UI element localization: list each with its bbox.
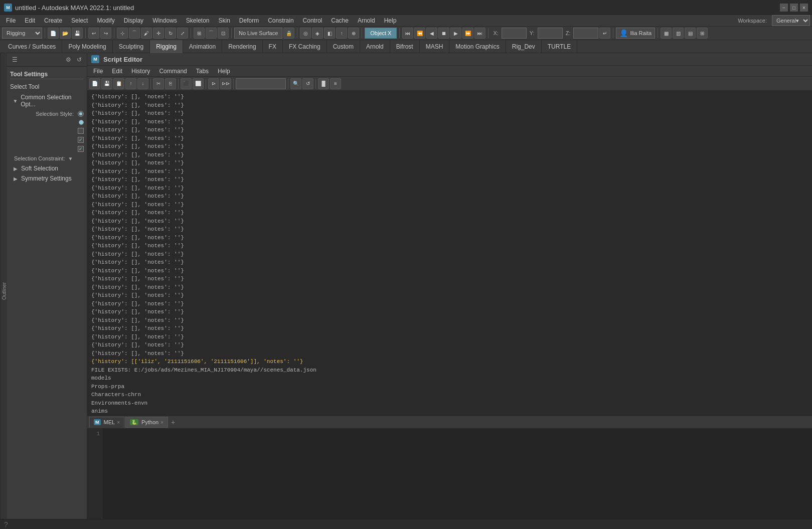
object-x-button[interactable]: Object X: [365, 28, 397, 39]
script-source-button[interactable]: ⊳: [208, 78, 219, 89]
help-icon[interactable]: ?: [4, 520, 8, 528]
script-clear-history-button[interactable]: ⬛: [181, 78, 192, 89]
module-tab-animation[interactable]: Animation: [183, 40, 222, 53]
module-tab-curves-surfaces[interactable]: Curves / Surfaces: [2, 40, 62, 53]
menu-select[interactable]: Select: [67, 16, 92, 25]
rotate-tool-button[interactable]: ↻: [165, 28, 176, 39]
minimize-button[interactable]: −: [780, 4, 788, 12]
layout-3-button[interactable]: ▤: [685, 28, 696, 39]
script-copy-button[interactable]: ⎘: [165, 78, 176, 89]
layout-2-button[interactable]: ▥: [673, 28, 684, 39]
y-input[interactable]: [538, 28, 563, 39]
user-button[interactable]: 👤 Ilia Raita: [616, 28, 655, 39]
script-format-button[interactable]: ≡: [330, 78, 341, 89]
python-tab-close[interactable]: ×: [160, 420, 164, 425]
script-open-button[interactable]: 📄: [89, 78, 100, 89]
panel-menu-button[interactable]: ☰: [10, 55, 19, 64]
script-input-textarea[interactable]: [102, 429, 812, 529]
script-menu-tabs[interactable]: Tabs: [192, 67, 213, 76]
paint-tool-button[interactable]: 🖌: [141, 28, 152, 39]
apply-transform-button[interactable]: ↵: [599, 28, 610, 39]
panel-refresh-button[interactable]: ↺: [75, 55, 84, 64]
panel-options-button[interactable]: ⚙: [64, 55, 73, 64]
script-cut-button[interactable]: ✂: [153, 78, 164, 89]
menu-skeleton[interactable]: Skeleton: [182, 16, 214, 25]
module-tab-poly-modeling[interactable]: Poly Modeling: [62, 40, 112, 53]
script-tab-mel[interactable]: M MEL ×: [89, 417, 124, 428]
module-tab-sculpting[interactable]: Sculpting: [113, 40, 150, 53]
menu-skin[interactable]: Skin: [215, 16, 234, 25]
snap-point-button[interactable]: ⊡: [218, 28, 229, 39]
snap-surface-button[interactable]: ◈: [312, 28, 323, 39]
module-tab-fx[interactable]: FX: [263, 40, 283, 53]
module-tab-arnold[interactable]: Arnold: [360, 40, 390, 53]
script-menu-command[interactable]: Command: [155, 67, 191, 76]
script-menu-history[interactable]: History: [127, 67, 154, 76]
open-file-button[interactable]: 📂: [60, 28, 71, 39]
x-input[interactable]: [502, 28, 527, 39]
script-refresh-button[interactable]: ↺: [302, 78, 313, 89]
checkbox-3[interactable]: [78, 146, 84, 152]
module-tab-motion-graphics[interactable]: Motion Graphics: [449, 40, 506, 53]
constraint-dropdown[interactable]: ▼: [67, 155, 74, 162]
script-execute-all-button[interactable]: ⊳⊳: [220, 78, 231, 89]
play-back-button[interactable]: ◀: [426, 28, 437, 39]
redo-button[interactable]: ↪: [100, 28, 111, 39]
snap-edge-button[interactable]: ◧: [324, 28, 335, 39]
new-file-button[interactable]: 📄: [48, 28, 59, 39]
menu-constrain[interactable]: Constrain: [264, 16, 297, 25]
script-menu-file[interactable]: File: [89, 67, 107, 76]
snap-normal-button[interactable]: ↑: [336, 28, 347, 39]
menu-create[interactable]: Create: [40, 16, 66, 25]
undo-button[interactable]: ↩: [88, 28, 99, 39]
module-tab-bifrost[interactable]: Bifrost: [390, 40, 420, 53]
symmetry-settings-collapse[interactable]: ▶ Symmetry Settings: [10, 173, 84, 184]
live-surface-button[interactable]: No Live Surface: [234, 28, 282, 39]
module-tab-rig-dev[interactable]: Rig_Dev: [506, 40, 542, 53]
module-tab-rendering[interactable]: Rendering: [222, 40, 262, 53]
checkbox-1[interactable]: [78, 128, 84, 134]
snap-curve-button[interactable]: ⌒: [206, 28, 217, 39]
script-clear-input-button[interactable]: ⬜: [193, 78, 204, 89]
common-selection-collapse[interactable]: ▼ Common Selection Opt...: [10, 92, 84, 109]
workspace-dropdown[interactable]: General▾: [772, 15, 810, 26]
module-tab-turtle[interactable]: TURTLE: [542, 40, 577, 53]
save-file-button[interactable]: 💾: [72, 28, 83, 39]
script-menu-help[interactable]: Help: [214, 67, 234, 76]
add-tab-button[interactable]: +: [169, 418, 177, 426]
menu-control[interactable]: Control: [299, 16, 327, 25]
move-tool-button[interactable]: ✛: [153, 28, 164, 39]
checkbox-2[interactable]: [78, 137, 84, 143]
select-tool-button[interactable]: ⊹: [117, 28, 128, 39]
snap-view-button[interactable]: ◎: [300, 28, 311, 39]
prev-key-button[interactable]: ⏪: [414, 28, 425, 39]
module-tab-rigging[interactable]: Rigging: [150, 40, 183, 53]
module-tab-fx-caching[interactable]: FX Caching: [283, 40, 327, 53]
snap-grid-button[interactable]: ⊞: [194, 28, 205, 39]
prev-frame-button[interactable]: ⏮: [402, 28, 413, 39]
script-run-input[interactable]: [236, 78, 286, 89]
module-tab-custom[interactable]: Custom: [327, 40, 360, 53]
next-key-button[interactable]: ⏩: [462, 28, 473, 39]
menu-edit[interactable]: Edit: [21, 16, 39, 25]
selection-style-radio-1[interactable]: [78, 111, 84, 117]
script-save-button[interactable]: 💾: [101, 78, 112, 89]
soft-selection-collapse[interactable]: ▶ Soft Selection: [10, 163, 84, 173]
script-export-button[interactable]: ↑: [125, 78, 136, 89]
menu-help[interactable]: Help: [380, 16, 401, 25]
menu-arnold[interactable]: Arnold: [354, 16, 379, 25]
close-button[interactable]: ×: [800, 4, 808, 12]
menu-display[interactable]: Display: [120, 16, 147, 25]
script-color-button[interactable]: █: [318, 78, 329, 89]
stop-button[interactable]: ⏹: [438, 28, 449, 39]
script-import-button[interactable]: ↓: [137, 78, 148, 89]
style-radio-filled[interactable]: [79, 120, 84, 125]
menu-windows[interactable]: Windows: [148, 16, 181, 25]
next-frame-button[interactable]: ⏭: [474, 28, 485, 39]
rigging-dropdown[interactable]: Rigging: [2, 28, 42, 39]
script-save-as-button[interactable]: 📋: [113, 78, 124, 89]
menu-modify[interactable]: Modify: [93, 16, 118, 25]
lasso-tool-button[interactable]: ⌒: [129, 28, 140, 39]
module-tab-mash[interactable]: MASH: [420, 40, 450, 53]
script-tab-python[interactable]: 🐍 Python ×: [125, 417, 168, 428]
